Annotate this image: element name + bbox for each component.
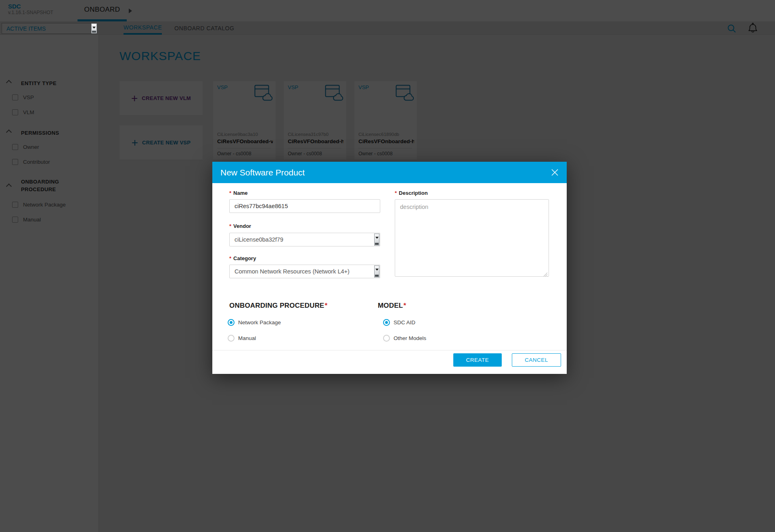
required-asterisk: * xyxy=(229,190,231,196)
active-items-dropdown-button[interactable] xyxy=(91,23,97,33)
radio-other-models[interactable] xyxy=(383,335,390,342)
vendor-select-value: ciLicense0ba32f79 xyxy=(235,236,283,243)
dropdown-grip xyxy=(375,275,379,277)
radio-network-package[interactable] xyxy=(228,319,235,326)
onboarding-procedure-heading: ONBOARDING PROCEDURE* xyxy=(229,302,327,310)
category-label: *Category xyxy=(229,255,256,261)
radio-label-manual[interactable]: Manual xyxy=(238,335,256,341)
model-heading: MODEL* xyxy=(378,302,406,310)
name-input[interactable] xyxy=(229,199,380,213)
dropdown-grip xyxy=(92,31,96,33)
radio-label-other-models[interactable]: Other Models xyxy=(394,335,426,341)
caret-down-icon xyxy=(375,269,379,271)
radio-label-network-package[interactable]: Network Package xyxy=(238,319,281,325)
modal-title: New Software Product xyxy=(220,168,305,177)
cancel-button[interactable]: CANCEL xyxy=(512,353,561,367)
radio-manual[interactable] xyxy=(228,335,235,342)
radio-sdc-aid[interactable] xyxy=(383,319,390,326)
caret-down-icon xyxy=(92,27,96,29)
category-dropdown-button[interactable] xyxy=(374,265,379,277)
required-asterisk: * xyxy=(229,255,231,261)
required-asterisk: * xyxy=(229,223,231,229)
description-label: *Description xyxy=(395,190,428,196)
category-select[interactable]: Common Network Resources (Network L4+) xyxy=(229,265,380,278)
caret-down-icon xyxy=(375,237,379,239)
vendor-select[interactable]: ciLicense0ba32f79 xyxy=(229,233,380,246)
modal-header: New Software Product xyxy=(212,162,567,183)
required-asterisk: * xyxy=(403,302,406,309)
create-button[interactable]: CREATE xyxy=(453,353,502,367)
description-textarea[interactable] xyxy=(395,199,549,277)
vendor-label: *Vendor xyxy=(229,223,251,229)
category-select-value: Common Network Resources (Network L4+) xyxy=(235,268,350,275)
vendor-dropdown-button[interactable] xyxy=(374,234,379,246)
name-label: *Name xyxy=(229,190,247,196)
dropdown-grip xyxy=(375,243,379,245)
close-icon[interactable] xyxy=(551,169,559,176)
required-asterisk: * xyxy=(395,190,397,196)
required-asterisk: * xyxy=(325,302,327,309)
new-software-product-modal: New Software Product *Name *Vendor ciLic… xyxy=(212,162,567,374)
radio-label-sdc-aid[interactable]: SDC AID xyxy=(394,319,415,325)
modal-footer: CREATE CANCEL xyxy=(212,350,567,374)
